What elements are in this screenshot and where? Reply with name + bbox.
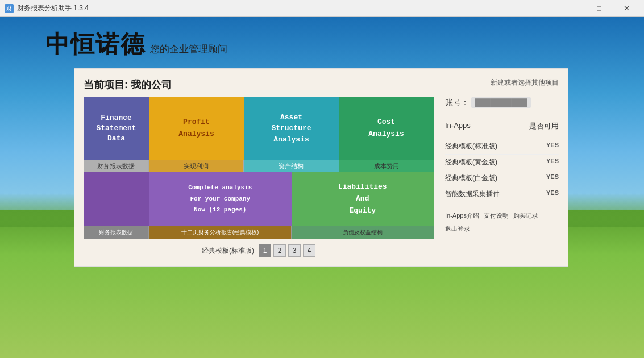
label-profit: 实现利润 <box>149 160 244 172</box>
footer-link-2[interactable]: 支付说明 <box>484 211 509 220</box>
account-label: 账号： <box>445 98 469 107</box>
in-apps-item-3-status: YES <box>546 173 559 183</box>
footer-links: In-Apps介绍 支付说明 购买记录 退出登录 <box>445 211 559 233</box>
bottom-label-row: 财务报表数据 十二页财务分析报告(经典模板) 负债及权益结构 <box>84 226 434 239</box>
bl-liabilities: 负债及权益结构 <box>292 226 434 239</box>
in-apps-item-2-name: 经典模板(黄金版) <box>445 157 497 167</box>
cards-area: Finance Statement Data Profit Analysis A… <box>84 97 434 257</box>
main-panel: 当前项目: 我的公司 新建或者选择其他项目 Finance Statement … <box>74 68 568 267</box>
title-bar: 财 财务报表分析助手 1.3.4 — □ ✕ <box>0 0 644 17</box>
in-apps-row-2: 经典模板(黄金版) YES <box>445 155 559 170</box>
app-title: 财务报表分析助手 1.3.4 <box>17 3 89 13</box>
liabilities-card[interactable]: Liabilities And Equity <box>292 172 434 226</box>
in-apps-item-4-name: 智能数据采集插件 <box>445 189 500 199</box>
in-apps-item-1-status: YES <box>546 141 559 151</box>
window-controls: — □ ✕ <box>559 0 639 17</box>
label-cost: 成本费用 <box>339 160 434 172</box>
cards-row-1: Finance Statement Data Profit Analysis A… <box>84 97 434 160</box>
cost-card[interactable]: Cost Analysis <box>339 97 434 160</box>
title-bar-left: 财 财务报表分析助手 1.3.4 <box>5 3 89 13</box>
in-apps-col1: In-Apps <box>445 121 471 131</box>
pagination: 经典模板(标准版) 1 2 3 4 <box>84 244 434 257</box>
in-apps-section: In-Apps 是否可用 经典模板(标准版) YES 经典模板(黄金版) YES… <box>445 116 559 202</box>
in-apps-header: In-Apps 是否可用 <box>445 121 559 134</box>
in-apps-row-3: 经典模板(白金版) YES <box>445 170 559 186</box>
close-button[interactable]: ✕ <box>613 0 639 17</box>
panel-header: 当前项目: 我的公司 新建或者选择其他项目 <box>84 78 559 91</box>
in-apps-row-4: 智能数据采集插件 YES <box>445 186 559 202</box>
brand-name: 中恒诺德 <box>45 31 146 57</box>
complete-analysis-card[interactable]: Complete analysis For your company Now (… <box>149 172 292 226</box>
label-row-1: 财务报表数据 实现利润 资产结构 成本费用 <box>84 160 434 172</box>
account-section: 账号： ██████████ <box>445 97 559 108</box>
page-4-button[interactable]: 4 <box>303 244 315 257</box>
page-label: 经典模板(标准版) <box>202 246 254 256</box>
in-apps-item-3-name: 经典模板(白金版) <box>445 173 497 183</box>
in-apps-col2: 是否可用 <box>529 121 559 131</box>
right-panel: 账号： ██████████ In-Apps 是否可用 经典模板(标准版) YE… <box>434 97 559 257</box>
account-value: ██████████ <box>471 97 530 108</box>
left-section: Finance Statement Data Profit Analysis A… <box>84 97 434 257</box>
label-finance: 财务报表数据 <box>84 160 149 172</box>
bl-finance: 财务报表数据 <box>84 226 149 239</box>
maximize-button[interactable]: □ <box>586 0 612 17</box>
in-apps-row-1: 经典模板(标准版) YES <box>445 139 559 155</box>
label-asset: 资产结构 <box>244 160 339 172</box>
footer-link-1[interactable]: In-Apps介绍 <box>445 211 479 220</box>
app-icon: 财 <box>5 4 14 13</box>
finance-data-card[interactable] <box>84 172 149 226</box>
minimize-button[interactable]: — <box>559 0 585 17</box>
in-apps-item-2-status: YES <box>546 157 559 167</box>
brand-tagline: 您的企业管理顾问 <box>150 44 227 55</box>
footer-link-4[interactable]: 退出登录 <box>445 224 470 233</box>
bl-complete: 十二页财务分析报告(经典模板) <box>149 226 292 239</box>
page-2-button[interactable]: 2 <box>273 244 286 257</box>
new-project-link[interactable]: 新建或者选择其他项目 <box>491 78 559 88</box>
in-apps-item-1-name: 经典模板(标准版) <box>445 141 497 151</box>
page-1-button[interactable]: 1 <box>259 244 271 257</box>
project-title: 当前项目: 我的公司 <box>84 78 172 91</box>
finance-card[interactable]: Finance Statement Data <box>84 97 149 160</box>
in-apps-item-4-status: YES <box>546 189 559 199</box>
panel-body: Finance Statement Data Profit Analysis A… <box>84 97 559 257</box>
asset-card[interactable]: Asset Structure Analysis <box>244 97 339 160</box>
page-3-button[interactable]: 3 <box>288 244 301 257</box>
footer-link-3[interactable]: 购买记录 <box>513 211 538 220</box>
profit-card[interactable]: Profit Analysis <box>149 97 244 160</box>
brand-section: 中恒诺德 您的企业管理顾问 <box>45 28 227 60</box>
cards-row-2: Complete analysis For your company Now (… <box>84 172 434 226</box>
